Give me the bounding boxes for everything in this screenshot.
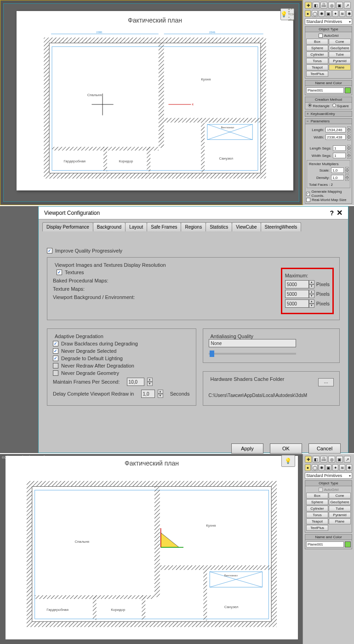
length-spinner[interactable]: 1534,246 [325,127,346,132]
btn-teapot[interactable]: Teapot [306,518,328,524]
draw-backfaces-checkbox[interactable]: ✓ [53,341,58,346]
btn-teapot[interactable]: Teapot [306,64,328,70]
density-spinner[interactable]: 1,0 [331,175,344,180]
btn-plane[interactable]: Plane [329,64,351,70]
cancel-button[interactable]: Cancel [308,443,341,454]
color-swatch[interactable] [345,87,351,93]
btn-cylinder[interactable]: Cylinder [306,506,328,512]
btn-box[interactable]: Box [306,39,328,45]
delay-spinner[interactable]: 1,0 [141,390,155,398]
shapes-icon[interactable]: ◯ [312,10,318,17]
create-tab-icon[interactable]: ✚ [305,2,312,9]
viewport-light-button[interactable]: 💡Д + я ТСЭ + объе [280,8,294,20]
cameras-icon[interactable]: ▣ [325,10,331,17]
radio-square[interactable] [332,104,336,107]
geometry-icon[interactable]: ● [305,464,311,471]
shapes-icon[interactable]: ◯ [312,464,318,471]
btn-textplus[interactable]: TextPlus [306,525,328,531]
never-degrade-selected-checkbox[interactable]: ✓ [53,348,58,354]
scale-spinner[interactable]: 1,0 [331,167,344,173]
viewport-frame[interactable]: Фактический план [0,0,303,205]
btn-sphere[interactable]: Sphere [306,499,328,505]
btn-textplus[interactable]: TextPlus [306,71,328,77]
rollout-keyboard-entry[interactable]: +KeyboardEntry [305,111,352,117]
aa-slider[interactable] [209,353,296,355]
autogrid-checkbox[interactable] [319,34,323,38]
browse-button[interactable]: ... [318,378,334,386]
modify-tab-icon[interactable]: ◧ [313,2,320,9]
btn-tube[interactable]: Tube [329,506,351,512]
viewport-light-button[interactable]: 💡 [281,455,295,467]
wsegs-spinner[interactable]: 1 [333,153,346,158]
primitive-category-select[interactable]: Standard Primitives [305,18,352,25]
degrade-default-lighting-checkbox[interactable]: ✓ [53,356,58,361]
ok-button[interactable]: OK [270,443,302,454]
btn-pyramid[interactable]: Pyramid [329,58,351,64]
tab-regions[interactable]: Regions [181,222,206,231]
btn-cone[interactable]: Cone [329,39,351,45]
baked-maps-spinner[interactable]: 5000 [285,280,309,288]
never-degrade-geom-checkbox[interactable] [53,370,58,376]
lights-icon[interactable]: ✺ [319,464,325,471]
tab-viewcube[interactable]: ViewCube [232,222,261,231]
help-button[interactable]: ? [330,209,334,217]
aa-mode-dropdown[interactable]: None [209,339,296,347]
btn-plane[interactable]: Plane [329,518,351,524]
object-name-input[interactable]: Plane001 [306,541,344,547]
tab-display-performance[interactable]: Display Performance [42,222,93,231]
btn-torus[interactable]: Torus [306,58,328,64]
btn-sphere[interactable]: Sphere [306,45,328,51]
lights-icon[interactable]: ✺ [319,10,325,17]
btn-box[interactable]: Box [306,493,328,499]
helpers-icon[interactable]: ✦ [332,10,338,17]
helpers-icon[interactable]: ✦ [332,464,338,471]
tab-layout[interactable]: Layout [125,222,147,231]
improve-quality-checkbox[interactable]: ✓ [47,248,52,253]
object-name-input[interactable]: Plane001 [306,87,344,93]
viewport-frame-bottom[interactable]: ectiv... » Edged Faces ] Фактический пла… [0,454,303,644]
textures-checkbox[interactable]: ✓ [57,270,62,275]
svg-rect-1 [46,40,263,176]
vp-bg-spinner[interactable]: 5000 [285,299,309,308]
close-icon[interactable]: ✕ [337,209,343,217]
rollout-creation-method[interactable]: Creation Method [305,97,352,103]
systems-icon[interactable]: ✱ [346,464,352,471]
hierarchy-tab-icon[interactable]: 品 [320,2,327,9]
tab-safe-frames[interactable]: Safe Frames [147,222,181,231]
never-redraw-checkbox[interactable] [53,363,58,368]
btn-torus[interactable]: Torus [306,512,328,518]
tab-steeringwheels[interactable]: SteeringWheels [261,222,302,231]
rollout-object-type[interactable]: Object Type [305,480,352,486]
tab-statistics[interactable]: Statistics [206,222,232,231]
systems-icon[interactable]: ✱ [346,10,352,17]
apply-button[interactable]: Apply [231,443,263,454]
texture-maps-spinner[interactable]: 5000 [285,290,309,298]
utilities-tab-icon[interactable]: ↗ [344,2,351,9]
rollout-name-color[interactable]: Name and Color [305,534,352,540]
rollout-object-type[interactable]: Object Type [305,26,352,32]
cameras-icon[interactable]: ▣ [325,464,331,471]
motion-tab-icon[interactable]: ◎ [328,2,335,9]
display-tab-icon[interactable]: ▣ [336,2,343,9]
gen-mapping-checkbox[interactable]: ✓ [306,192,310,196]
primitive-category-select[interactable]: Standard Primitives [305,472,352,479]
rollout-name-color[interactable]: Name and Color [305,80,352,86]
spacewarps-icon[interactable]: ≋ [339,10,345,17]
btn-cylinder[interactable]: Cylinder [306,52,328,58]
spacewarps-icon[interactable]: ≋ [339,464,345,471]
svg-text:2380: 2380 [96,31,103,34]
btn-pyramid[interactable]: Pyramid [329,512,351,518]
color-swatch[interactable] [345,541,351,547]
geometry-icon[interactable]: ● [305,10,311,17]
btn-cone[interactable]: Cone [329,493,351,499]
width-spinner[interactable]: 2336,438 [325,134,346,140]
fps-spinner[interactable]: 10,0 [127,378,144,386]
radio-rectangle[interactable] [308,104,312,107]
tab-background[interactable]: Background [93,222,126,231]
rollout-parameters[interactable]: −Parameters [305,118,352,124]
btn-geosphere[interactable]: GeoSphere [329,45,351,51]
btn-geosphere[interactable]: GeoSphere [329,499,351,505]
real-world-checkbox[interactable] [306,198,310,202]
btn-tube[interactable]: Tube [329,52,351,58]
lsegs-spinner[interactable]: 1 [333,145,346,151]
